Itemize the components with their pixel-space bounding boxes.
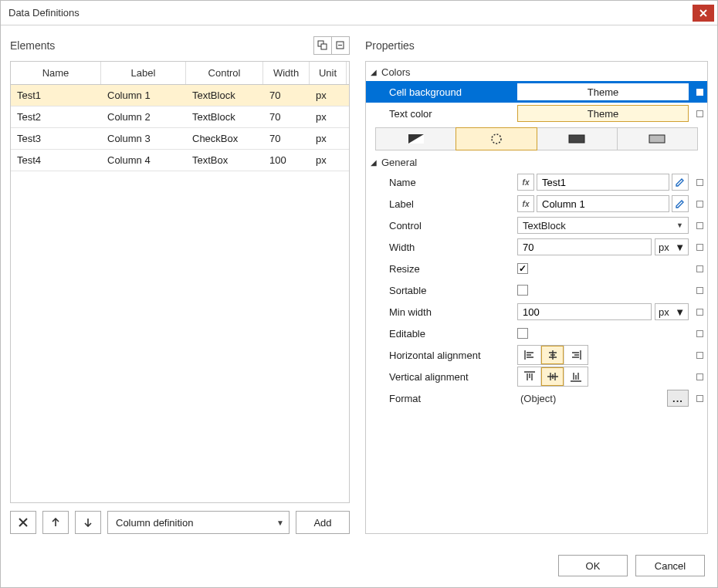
elements-title: Elements: [10, 39, 313, 52]
align-left-icon: [524, 350, 535, 360]
cell-width: 70: [263, 128, 310, 149]
style-tab-solid[interactable]: [537, 127, 618, 150]
cell-width: 100: [263, 150, 310, 171]
format-ellipsis-button[interactable]: ...: [667, 390, 689, 407]
header-control[interactable]: Control: [186, 62, 263, 84]
triangle-down-icon: ◢: [371, 158, 377, 167]
edit-button[interactable]: [672, 195, 689, 212]
prop-editable: Editable: [366, 323, 707, 344]
svg-point-5: [492, 134, 501, 144]
sortable-checkbox[interactable]: [517, 285, 528, 296]
halign-center[interactable]: [541, 346, 564, 364]
table-row[interactable]: Test1Column 1TextBlock70px: [11, 85, 349, 106]
section-general[interactable]: ◢ General: [366, 152, 707, 171]
prop-min-width: Min width px ▼: [366, 301, 707, 323]
text-color-value[interactable]: Theme: [517, 105, 689, 122]
chevron-down-icon: ▼: [676, 221, 683, 229]
pencil-icon: [676, 177, 685, 187]
cell-unit: px: [310, 128, 347, 149]
cell-control: TextBlock: [186, 106, 263, 127]
properties-pane: Properties ◢ Colors Cell background Them…: [357, 25, 717, 543]
properties-panel: ◢ Colors Cell background Theme Text colo…: [365, 61, 708, 534]
editable-label: Editable: [366, 328, 517, 340]
delete-button[interactable]: [10, 511, 36, 534]
width-unit-select[interactable]: px ▼: [655, 238, 689, 255]
section-colors[interactable]: ◢ Colors: [366, 62, 707, 81]
table-row[interactable]: Test3Column 3CheckBox70px: [11, 128, 349, 150]
width-input[interactable]: [517, 238, 652, 255]
move-down-button[interactable]: [75, 511, 101, 534]
prop-label: Label fx: [366, 193, 707, 215]
svg-rect-1: [321, 44, 327, 49]
cell-label: Column 3: [101, 128, 186, 149]
cell-label: Column 4: [101, 150, 186, 171]
header-unit[interactable]: Unit: [310, 62, 347, 84]
collapse-all-button[interactable]: [331, 36, 350, 55]
cell-width: 70: [263, 106, 310, 127]
cell-background-label: Cell background: [366, 86, 517, 98]
header-name[interactable]: Name: [11, 62, 101, 84]
min-width-unit-select[interactable]: px ▼: [655, 303, 689, 320]
resize-label: Resize: [366, 263, 517, 275]
svg-rect-6: [569, 135, 584, 143]
cell-unit: px: [310, 106, 347, 127]
dialog-title: Data Definitions: [1, 7, 693, 19]
cell-name: Test4: [11, 150, 101, 171]
svg-rect-7: [649, 135, 665, 143]
resize-checkbox[interactable]: [517, 263, 528, 274]
arrow-up-icon: [51, 518, 60, 527]
cancel-button[interactable]: Cancel: [635, 555, 705, 576]
fx-button[interactable]: fx: [517, 174, 534, 191]
prop-cell-background[interactable]: Cell background Theme: [366, 81, 707, 103]
align-right-icon: [571, 350, 581, 360]
header-width[interactable]: Width: [263, 62, 310, 84]
element-type-combo[interactable]: Column definition ▼: [107, 511, 290, 534]
expand-all-button[interactable]: [313, 36, 332, 55]
ok-button[interactable]: OK: [558, 555, 628, 576]
prop-resize: Resize: [366, 258, 707, 279]
control-select[interactable]: TextBlock ▼: [517, 217, 689, 234]
valign-bottom[interactable]: [564, 367, 588, 386]
fx-button[interactable]: fx: [517, 195, 534, 212]
halign-label: Horizontal alignment: [366, 350, 517, 361]
marker-icon: [696, 265, 703, 272]
arrow-down-icon: [83, 518, 93, 527]
move-up-button[interactable]: [42, 511, 69, 534]
marker-icon: [696, 222, 703, 229]
valign-top[interactable]: [518, 367, 541, 386]
cell-background-value[interactable]: Theme: [517, 83, 689, 100]
triangle-down-icon: ◢: [371, 68, 377, 76]
dialog-footer: OK Cancel: [1, 543, 717, 587]
format-value: (Object): [517, 393, 664, 404]
cell-unit: px: [310, 85, 347, 106]
marker-icon: [696, 179, 703, 186]
style-tab-outline[interactable]: [617, 127, 698, 150]
name-input[interactable]: [537, 174, 669, 191]
table-row[interactable]: Test2Column 2TextBlock70px: [11, 106, 349, 128]
marker-icon: [696, 89, 703, 96]
min-width-label: Min width: [366, 306, 517, 318]
header-label[interactable]: Label: [101, 62, 186, 84]
name-label: Name: [366, 177, 517, 188]
prop-width: Width px ▼: [366, 236, 707, 258]
add-button[interactable]: Add: [296, 511, 350, 534]
gradient-icon: [408, 134, 424, 144]
marker-icon: [696, 309, 703, 316]
valign-middle[interactable]: [541, 367, 564, 386]
close-button[interactable]: [693, 5, 714, 22]
halign-left[interactable]: [518, 346, 541, 364]
style-tab-dashed[interactable]: [456, 127, 537, 150]
label-input[interactable]: [537, 195, 669, 212]
marker-icon: [696, 287, 703, 294]
cell-unit: px: [310, 150, 347, 171]
min-width-input[interactable]: [517, 303, 652, 320]
style-tab-gradient[interactable]: [375, 127, 456, 150]
table-row[interactable]: Test4Column 4TextBox100px: [11, 150, 349, 171]
editable-checkbox[interactable]: [517, 328, 528, 339]
elements-table: Name Label Control Width Unit Test1Colum…: [10, 61, 350, 503]
halign-right[interactable]: [564, 346, 588, 364]
solid-rect-icon: [568, 134, 585, 144]
edit-button[interactable]: [672, 174, 689, 191]
prop-text-color[interactable]: Text color Theme: [366, 103, 707, 124]
halign-group: [517, 345, 588, 365]
